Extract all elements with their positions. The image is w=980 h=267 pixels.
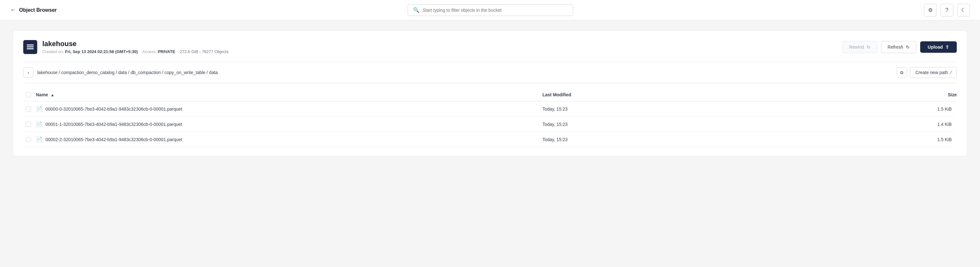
refresh-icon: ↻ bbox=[906, 44, 910, 50]
path-navigation: ‹ lakehouse / compaction_demo_catalog / … bbox=[23, 67, 957, 78]
row-checkbox-0[interactable] bbox=[26, 106, 31, 112]
refresh-label: Refresh bbox=[888, 44, 903, 50]
row-modified-cell: Today, 15:23 bbox=[542, 117, 773, 132]
bucket-icon-line-3 bbox=[27, 48, 34, 49]
modified-column-header[interactable]: Last Modified bbox=[542, 88, 773, 101]
bucket-icon-line-1 bbox=[27, 44, 34, 46]
path-right: ⧉ Create new path ∕ bbox=[897, 67, 957, 78]
row-name-cell: 📄 00001-1-32010065-7be3-4042-b9a1-9483c3… bbox=[36, 117, 542, 132]
rewind-icon: ↻ bbox=[867, 44, 870, 50]
row-checkbox-cell bbox=[23, 101, 36, 117]
file-name: 00002-2-32010065-7be3-4042-b9a1-9483c323… bbox=[46, 137, 182, 142]
search-icon: 🔍 bbox=[413, 7, 419, 13]
settings-icon: ⚙ bbox=[928, 7, 932, 13]
table-row: 📄 00000-0-32010065-7be3-4042-b9a1-9483c3… bbox=[23, 101, 957, 117]
settings-button[interactable]: ⚙ bbox=[924, 4, 937, 17]
header-actions: ⚙ ? ☾ bbox=[924, 4, 970, 17]
create-path-label: Create new path bbox=[915, 70, 948, 75]
access-label: Access: bbox=[142, 49, 157, 54]
back-navigation[interactable]: ← Object Browser bbox=[10, 7, 57, 13]
sort-asc-icon: ▲ bbox=[51, 93, 54, 97]
rewind-button[interactable]: Rewind ↻ bbox=[843, 41, 877, 53]
bucket-card: lakehouse Created on: Fri, Sep 13 2024 0… bbox=[13, 30, 967, 156]
search-input[interactable] bbox=[423, 8, 568, 13]
row-modified-cell: Today, 15:23 bbox=[542, 101, 773, 117]
rewind-label: Rewind bbox=[849, 44, 864, 50]
theme-icon: ☾ bbox=[961, 7, 966, 13]
bucket-details: lakehouse Created on: Fri, Sep 13 2024 0… bbox=[42, 40, 229, 54]
header-title: Object Browser bbox=[19, 7, 57, 13]
upload-icon: ⇧ bbox=[945, 44, 949, 50]
create-path-icon: ∕ bbox=[951, 70, 951, 75]
divider-1 bbox=[23, 62, 957, 62]
refresh-button[interactable]: Refresh ↻ bbox=[881, 41, 916, 53]
theme-toggle-button[interactable]: ☾ bbox=[957, 4, 970, 17]
row-size-cell: 1.5 KiB bbox=[773, 101, 957, 117]
access-value: PRIVATE bbox=[158, 49, 175, 54]
created-value: Fri, Sep 13 2024 02:21:58 (GMT+5:30) bbox=[65, 49, 138, 54]
create-new-path-button[interactable]: Create new path ∕ bbox=[910, 67, 957, 78]
name-column-header[interactable]: Name ▲ bbox=[36, 88, 542, 101]
file-name: 00001-1-32010065-7be3-4042-b9a1-9483c323… bbox=[46, 122, 182, 127]
size-info: 272.6 GiB - 79277 Objects bbox=[180, 49, 229, 54]
name-label: Name bbox=[36, 92, 48, 97]
table-body: 📄 00000-0-32010065-7be3-4042-b9a1-9483c3… bbox=[23, 101, 957, 147]
row-checkbox-1[interactable] bbox=[26, 122, 31, 127]
upload-button[interactable]: Upload ⇧ bbox=[920, 41, 957, 53]
help-icon: ? bbox=[946, 7, 948, 13]
file-icon: 📄 bbox=[36, 106, 42, 112]
copy-path-button[interactable]: ⧉ bbox=[897, 67, 907, 77]
table-row: 📄 00001-1-32010065-7be3-4042-b9a1-9483c3… bbox=[23, 117, 957, 132]
row-modified-cell: Today, 15:23 bbox=[542, 132, 773, 147]
size-column-header[interactable]: Size bbox=[773, 88, 957, 101]
help-button[interactable]: ? bbox=[940, 4, 953, 17]
table-row: 📄 00002-2-32010065-7be3-4042-b9a1-9483c3… bbox=[23, 132, 957, 147]
row-size-cell: 1.5 KiB bbox=[773, 132, 957, 147]
table-header: Name ▲ Last Modified Size bbox=[23, 88, 957, 101]
bucket-info: lakehouse Created on: Fri, Sep 13 2024 0… bbox=[23, 40, 229, 54]
path-back-button[interactable]: ‹ bbox=[23, 67, 33, 77]
file-icon: 📄 bbox=[36, 136, 42, 142]
size-label: Size bbox=[948, 92, 957, 97]
row-checkbox-2[interactable] bbox=[26, 137, 31, 142]
main-content: lakehouse Created on: Fri, Sep 13 2024 0… bbox=[0, 21, 980, 167]
select-all-checkbox[interactable] bbox=[26, 92, 31, 97]
select-all-header bbox=[23, 88, 36, 101]
bucket-actions: Rewind ↻ Refresh ↻ Upload ⇧ bbox=[843, 41, 957, 53]
created-label: Created on: bbox=[42, 49, 64, 54]
row-name-cell: 📄 00000-0-32010065-7be3-4042-b9a1-9483c3… bbox=[36, 101, 542, 117]
row-size-cell: 1.4 KiB bbox=[773, 117, 957, 132]
bucket-icon bbox=[23, 40, 37, 54]
file-name: 00000-0-32010065-7be3-4042-b9a1-9483c323… bbox=[46, 106, 182, 112]
bucket-header: lakehouse Created on: Fri, Sep 13 2024 0… bbox=[23, 40, 957, 54]
file-table: Name ▲ Last Modified Size 📄 bbox=[23, 88, 957, 147]
breadcrumb: lakehouse / compaction_demo_catalog / da… bbox=[37, 70, 218, 75]
bucket-meta: Created on: Fri, Sep 13 2024 02:21:58 (G… bbox=[42, 49, 229, 54]
file-icon: 📄 bbox=[36, 121, 42, 127]
header: ← Object Browser 🔍 ⚙ ? ☾ bbox=[0, 0, 980, 21]
back-arrow-icon: ← bbox=[10, 7, 16, 13]
row-checkbox-cell bbox=[23, 132, 36, 147]
divider-2 bbox=[23, 83, 957, 83]
row-checkbox-cell bbox=[23, 117, 36, 132]
path-back-icon: ‹ bbox=[28, 70, 29, 75]
modified-label: Last Modified bbox=[542, 92, 571, 97]
row-name-cell: 📄 00002-2-32010065-7be3-4042-b9a1-9483c3… bbox=[36, 132, 542, 147]
copy-icon: ⧉ bbox=[900, 70, 903, 75]
bucket-icon-line-2 bbox=[27, 46, 34, 47]
search-bar-container: 🔍 bbox=[407, 4, 573, 16]
bucket-name: lakehouse bbox=[42, 40, 229, 48]
upload-label: Upload bbox=[928, 44, 943, 50]
path-left: ‹ lakehouse / compaction_demo_catalog / … bbox=[23, 67, 218, 77]
